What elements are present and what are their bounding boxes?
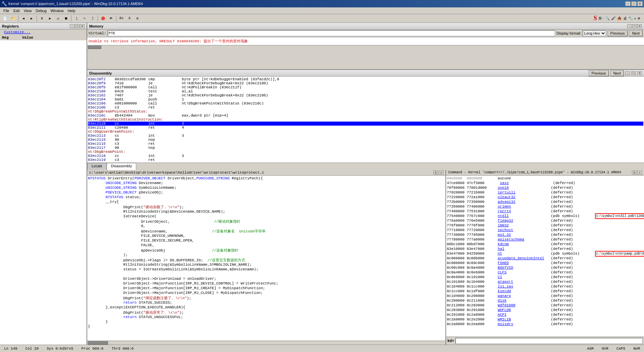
disasm-line[interactable]: 83ec2106e801000000callnt!DbgBreakPointWi… — [88, 101, 643, 105]
disasm-line[interactable]: 83ec210c8b442404moveax,dword ptr [esp+4] — [88, 114, 643, 118]
toolbar-restart[interactable]: ↺ — [54, 15, 62, 22]
source-copy-btn[interactable]: ⎘ — [433, 171, 438, 175]
memory-next-btn[interactable]: Next — [629, 30, 643, 36]
cmd-module-link[interactable]: oleaut32 — [498, 195, 516, 199]
toolbar-ext-2[interactable]: 🎤 — [611, 16, 616, 20]
disasm-line[interactable]: 83ec210084c0testal,al — [88, 89, 643, 93]
memory-prev-btn[interactable]: Previous — [607, 30, 628, 36]
cmd-module-link[interactable]: ksecdd — [498, 289, 511, 293]
command-content[interactable]: 00e0000 00e0000 aucune 47ce0000 47cf3000… — [446, 176, 644, 337]
toolbar-breakpoint[interactable]: 🔴 — [99, 15, 107, 22]
maximize-button[interactable]: □ — [631, 1, 637, 6]
toolbar-step-into[interactable]: ⤵ — [73, 15, 80, 22]
cmd-module-link[interactable]: hal — [498, 247, 504, 251]
menu-window[interactable]: Window — [49, 8, 66, 13]
disasm-close-btn[interactable]: × — [637, 71, 642, 75]
toolbar-ext-3[interactable]: 📥 — [617, 16, 622, 20]
cmd-module-link[interactable]: ws2_32 — [498, 233, 511, 237]
disasm-line[interactable]: 83ec2111c20400ret4 — [88, 126, 643, 130]
toolbar-font[interactable]: A — [126, 15, 133, 22]
menu-debug[interactable]: Debug — [34, 8, 48, 13]
cmd-module-link[interactable]: iertuil1 — [498, 190, 516, 194]
disasm-line[interactable]: 83ec2116c3ret — [88, 142, 643, 146]
cmd-module-link[interactable]: wanarp — [498, 294, 511, 298]
disasm-line[interactable]: 83ec20fbe81f000000callnt!KdPollBreakIn (… — [88, 85, 643, 89]
command-copy-btn[interactable]: ⎘ — [632, 171, 637, 175]
disasm-line[interactable]: 83ec20f2803d2ccdfa8300cmpbyte ptr [nt!Kd… — [88, 77, 643, 81]
registers-close-btn[interactable]: × — [80, 24, 85, 28]
cmd-module-link[interactable]: Wdf01000 — [498, 303, 516, 307]
disasm-prev-btn[interactable]: Previous — [589, 70, 609, 76]
cmd-module-link[interactable]: nt — [498, 252, 502, 256]
toolbar-hex[interactable]: 0x — [118, 15, 125, 22]
memory-hscroll-thumb[interactable] — [88, 46, 101, 49]
cmd-module-link[interactable]: usp10 — [498, 186, 509, 190]
cmd-module-link[interactable]: acupdate_GenuineIntel — [498, 256, 544, 260]
command-input[interactable] — [455, 338, 643, 344]
cmd-module-link[interactable]: BOOTVID — [498, 266, 513, 270]
disasm-minimize-btn[interactable]: _ — [625, 71, 630, 75]
source-hscroll[interactable] — [87, 341, 445, 345]
disasm-maximize-btn[interactable]: □ — [631, 71, 636, 75]
toolbar-watch[interactable]: 👁 — [107, 15, 115, 22]
source-hscroll-thumb[interactable] — [88, 341, 108, 345]
memory-hscroll[interactable] — [87, 45, 644, 49]
toolbar-new[interactable]: 📄 — [1, 15, 9, 22]
close-button[interactable]: ✕ — [637, 1, 643, 6]
cmd-module-link[interactable]: sechost — [498, 228, 513, 232]
toolbar-ext-6[interactable]: ✏ — [634, 16, 637, 20]
disasm-line[interactable]: 83ec210bc3ret — [88, 105, 643, 109]
command-expand-btn[interactable]: × — [637, 171, 642, 175]
cmd-module-link[interactable]: msisdrv — [498, 322, 513, 326]
cmd-module-link[interactable]: sass — [500, 181, 508, 185]
toolbar-fwd[interactable]: ▶ — [28, 15, 35, 22]
disasm-line-current[interactable]: 83ec2110ccint3 — [88, 122, 643, 126]
cmd-module-link[interactable]: WDFLDR — [498, 308, 511, 312]
cmd-module-link[interactable]: WMILIB — [498, 317, 511, 321]
tab-disassembly[interactable]: Disassembly — [107, 163, 136, 170]
toolbar-ext-4[interactable]: 🖨 — [623, 16, 627, 20]
cmd-module-link[interactable]: FSHED — [498, 261, 509, 265]
cmd-module-link[interactable]: CLFS — [498, 270, 506, 274]
customize-link[interactable]: Customize... — [2, 30, 33, 35]
toolbar-stop[interactable]: ⏹ — [62, 15, 70, 22]
registers-minimize-btn[interactable]: _ — [70, 24, 74, 28]
disasm-line[interactable]: 83ec2119c3ret — [88, 158, 643, 162]
toolbar-back[interactable]: ◀ — [20, 15, 27, 22]
toolbar-ext-5[interactable]: 🔧 — [628, 16, 633, 20]
toolbar-open[interactable]: 📂 — [9, 15, 17, 22]
cmd-module-link[interactable]: urlmon — [498, 205, 511, 209]
menu-view[interactable]: View — [22, 8, 34, 13]
cmd-module-link[interactable]: rpcrt4 — [498, 209, 511, 213]
memory-close-btn[interactable]: × — [637, 24, 642, 28]
toolbar-options[interactable]: ⚙ — [134, 15, 141, 22]
disasm-line[interactable]: 83ec2118ccint3 — [88, 154, 643, 158]
cmd-module-link[interactable]: kdcom — [498, 242, 509, 246]
memory-minimize-btn[interactable]: _ — [627, 24, 632, 28]
cmd-module-link[interactable]: ACPI — [498, 313, 506, 317]
toolbar-ext-7[interactable]: ⚙ — [638, 16, 640, 20]
source-expand-btn[interactable]: ⤢ — [439, 171, 443, 175]
cmd-module-link[interactable]: advapi32 — [498, 200, 516, 204]
display-format-select[interactable]: Long Hex Byte Word — [583, 30, 606, 36]
cmd-module-link[interactable]: disk — [498, 299, 506, 303]
menu-file[interactable]: File — [1, 8, 11, 13]
memory-virtual-input[interactable] — [108, 30, 555, 36]
toolbar-step-over[interactable]: ↷ — [81, 15, 88, 22]
disasm-next-btn[interactable]: Next — [610, 70, 624, 76]
toolbar-go[interactable]: ▶ — [46, 15, 54, 22]
cmd-module-link[interactable]: ntdll — [498, 214, 509, 218]
toolbar-step-out[interactable]: ⤴ — [89, 15, 96, 22]
cmd-module-link[interactable]: apisetschema — [498, 237, 524, 241]
toolbar-break[interactable]: ⏸ — [38, 15, 46, 22]
disasm-line[interactable]: 83ec21027407jent!KdCheckForDebugBreak+0x… — [88, 93, 643, 97]
minimize-button[interactable]: ─ — [625, 1, 631, 6]
disasm-line[interactable]: 83ec2113ccint3 — [88, 134, 643, 138]
cmd-module-link[interactable]: ataport — [498, 280, 513, 284]
toolbar-ext-1[interactable]: 🔍 — [605, 16, 610, 20]
cmd-module-link[interactable]: fldap32 — [498, 219, 513, 223]
disasm-line[interactable]: 83ec20f97410jent!KdCheckForDebugBreak+0x… — [88, 81, 643, 85]
cmd-module-link[interactable]: CI — [498, 275, 502, 279]
disasm-line[interactable]: 83ec211590nop — [88, 138, 643, 142]
menu-help[interactable]: Help — [66, 8, 77, 13]
